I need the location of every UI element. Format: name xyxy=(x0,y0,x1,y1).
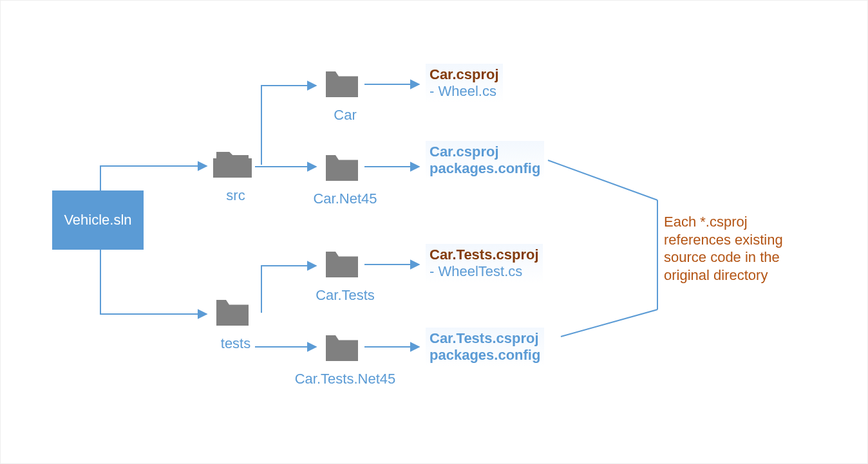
folder-icon xyxy=(323,149,361,187)
note-line: original directory xyxy=(664,266,812,284)
folder-car-tests-net45-label: Car.Tests.Net45 xyxy=(294,371,397,387)
diagram-canvas: Vehicle.sln src tests Car Car.Net45 Car.… xyxy=(0,0,868,464)
folder-car xyxy=(323,65,361,104)
folder-icon xyxy=(323,65,361,104)
folder-tests xyxy=(213,293,252,332)
file-line2: packages.config xyxy=(429,347,540,364)
folder-car-tests xyxy=(323,245,361,284)
folder-car-net45 xyxy=(323,149,361,187)
folder-icon xyxy=(213,145,252,184)
note-line: references existing xyxy=(664,231,812,249)
folder-icon xyxy=(213,293,252,332)
folder-src xyxy=(213,145,252,184)
folder-car-tests-label: Car.Tests xyxy=(313,287,377,304)
folder-car-label: Car xyxy=(329,107,361,124)
solution-label: Vehicle.sln xyxy=(64,212,131,228)
file-line2: - WheelTest.cs xyxy=(429,263,539,280)
solution-box: Vehicle.sln xyxy=(52,190,144,250)
annotation-note: Each *.csproj references existing source… xyxy=(664,213,812,284)
file-line2: packages.config xyxy=(429,160,540,177)
folder-src-label: src xyxy=(216,187,255,204)
folder-icon xyxy=(323,329,361,367)
file-proj: Car.Tests.csproj xyxy=(429,330,540,347)
folder-tests-label: tests xyxy=(216,335,255,352)
file-line2: - Wheel.cs xyxy=(429,83,499,100)
filebox-car-tests: Car.Tests.csproj - WheelTest.cs xyxy=(426,244,543,283)
folder-car-net45-label: Car.Net45 xyxy=(310,190,381,207)
file-proj: Car.csproj xyxy=(429,66,499,83)
svg-rect-0 xyxy=(213,158,252,178)
note-line: source code in the xyxy=(664,248,812,266)
folder-icon xyxy=(323,245,361,284)
file-proj: Car.Tests.csproj xyxy=(429,246,539,263)
filebox-car-tests-net45: Car.Tests.csproj packages.config xyxy=(426,328,544,367)
folder-car-tests-net45 xyxy=(323,329,361,367)
filebox-car: Car.csproj - Wheel.cs xyxy=(426,64,503,103)
note-line: Each *.csproj xyxy=(664,213,812,231)
filebox-car-net45: Car.csproj packages.config xyxy=(426,141,544,180)
file-proj: Car.csproj xyxy=(429,144,540,160)
